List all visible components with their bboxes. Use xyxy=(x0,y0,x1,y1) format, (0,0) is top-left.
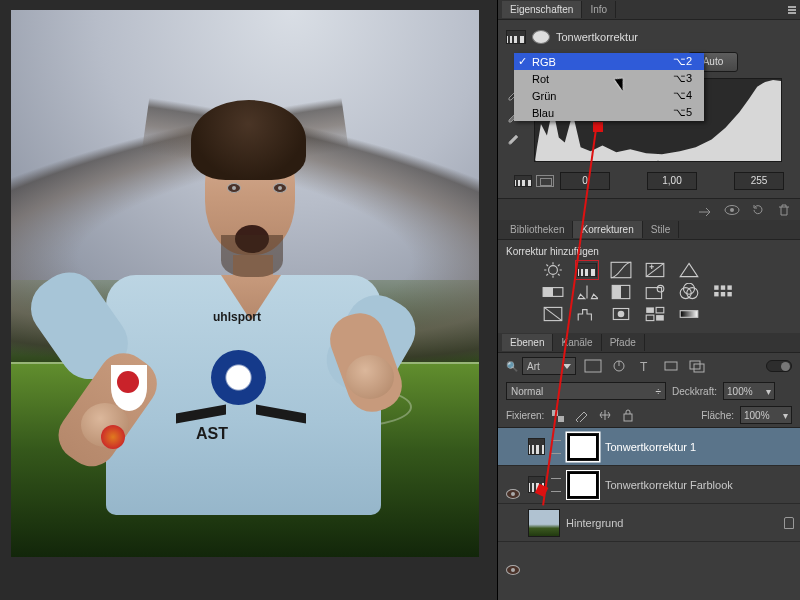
mid-point-slider[interactable] xyxy=(653,160,663,162)
svg-point-23 xyxy=(618,311,625,318)
channel-option-red[interactable]: Rot ⌥3 xyxy=(514,70,704,87)
composite-image: uhlsport AST xyxy=(11,10,479,557)
tab-layers[interactable]: Ebenen xyxy=(502,334,553,351)
sleeve-sponsor xyxy=(101,425,125,449)
lock-all-icon[interactable] xyxy=(619,408,637,422)
mid-point-input[interactable]: 1,00 xyxy=(647,172,697,190)
jersey-sponsor: AST xyxy=(196,425,228,443)
filter-toggle[interactable] xyxy=(766,360,792,372)
mask-icon[interactable] xyxy=(532,30,550,44)
color-lookup-icon[interactable] xyxy=(712,283,734,301)
brightness-contrast-icon[interactable] xyxy=(542,261,564,279)
layer-row[interactable]: Tonwertkorrektur 1 xyxy=(498,428,800,466)
black-white-icon[interactable] xyxy=(610,283,632,301)
black-point-input[interactable]: 0 xyxy=(560,172,610,190)
layer-filter-kind[interactable]: Art xyxy=(522,357,576,375)
black-point-slider[interactable] xyxy=(534,160,540,162)
link-icon[interactable] xyxy=(551,478,561,492)
svg-rect-18 xyxy=(714,292,718,296)
clip-icon[interactable] xyxy=(536,175,554,187)
svg-rect-17 xyxy=(727,285,731,289)
color-balance-icon[interactable] xyxy=(576,283,598,301)
clip-to-layer-icon[interactable] xyxy=(698,203,714,217)
blend-mode-select[interactable]: Normal ÷ xyxy=(506,382,666,400)
sponsor-wings xyxy=(176,405,306,427)
svg-rect-15 xyxy=(714,285,718,289)
svg-point-2 xyxy=(730,208,734,212)
lock-pixels-icon[interactable] xyxy=(573,408,591,422)
gradient-map-icon[interactable] xyxy=(678,305,700,323)
fill-input[interactable]: 100%▾ xyxy=(740,406,792,424)
svg-rect-33 xyxy=(690,361,700,369)
channel-option-green[interactable]: Grün ⌥4 xyxy=(514,87,704,104)
adjustments-heading: Korrektur hinzufügen xyxy=(506,246,792,257)
filter-smart-icon[interactable] xyxy=(688,359,706,373)
white-point-input[interactable]: 255 xyxy=(734,172,784,190)
channel-option-rgb[interactable]: ✓ RGB ⌥2 xyxy=(514,53,704,70)
club-badge xyxy=(211,350,266,405)
visibility-icon[interactable] xyxy=(724,203,740,217)
channel-dropdown[interactable]: ✓ RGB ⌥2 Rot ⌥3 Grün ⌥4 xyxy=(514,53,682,71)
svg-rect-27 xyxy=(656,315,664,321)
tab-channels[interactable]: Kanäle xyxy=(553,334,601,351)
layer-name[interactable]: Tonwertkorrektur Farblook xyxy=(605,479,733,491)
tab-adjustments[interactable]: Korrekturen xyxy=(573,221,642,238)
adjustment-title: Tonwertkorrektur xyxy=(556,31,638,43)
panel-menu-icon[interactable] xyxy=(786,4,798,16)
photo-filter-icon[interactable] xyxy=(644,283,666,301)
exposure-icon[interactable] xyxy=(644,261,666,279)
posterize-icon[interactable] xyxy=(576,305,598,323)
channel-option-blue[interactable]: Blau ⌥5 xyxy=(514,104,704,121)
filter-type-icon[interactable]: T xyxy=(636,359,654,373)
adjustment-type-icon xyxy=(528,438,545,455)
fill-label: Fläche: xyxy=(701,410,734,421)
svg-rect-25 xyxy=(656,307,664,313)
white-point-slider[interactable] xyxy=(776,160,782,162)
selective-color-icon[interactable] xyxy=(644,305,666,323)
chevron-down-icon xyxy=(563,364,571,369)
filter-pixel-icon[interactable] xyxy=(584,359,602,373)
vibrance-icon[interactable] xyxy=(678,261,700,279)
layer-name[interactable]: Hintergrund xyxy=(566,517,623,529)
jersey-brand: uhlsport xyxy=(213,310,261,324)
layer-thumb[interactable] xyxy=(528,509,560,537)
white-eyedropper-icon[interactable] xyxy=(506,129,522,145)
svg-point-11 xyxy=(657,285,664,292)
tab-info[interactable]: Info xyxy=(582,1,616,18)
layer-mask-thumb[interactable] xyxy=(567,471,599,499)
channel-dropdown-menu: ✓ RGB ⌥2 Rot ⌥3 Grün ⌥4 xyxy=(514,53,704,121)
reset-icon[interactable] xyxy=(750,203,766,217)
opacity-input[interactable]: 100%▾ xyxy=(723,382,775,400)
opacity-label: Deckkraft: xyxy=(672,386,717,397)
svg-rect-9 xyxy=(612,285,621,298)
layer-mask-thumb[interactable] xyxy=(567,433,599,461)
levels-adjust-icon[interactable] xyxy=(576,261,598,279)
levels-icon xyxy=(506,30,526,44)
invert-icon[interactable] xyxy=(542,305,564,323)
channel-mixer-icon[interactable] xyxy=(678,283,700,301)
visibility-toggle[interactable] xyxy=(504,441,522,453)
document-canvas[interactable]: uhlsport AST xyxy=(0,0,497,600)
svg-rect-34 xyxy=(694,364,704,372)
visibility-toggle[interactable] xyxy=(504,517,522,529)
svg-point-3 xyxy=(549,266,558,275)
layer-row[interactable]: Hintergrund xyxy=(498,504,800,542)
filter-shape-icon[interactable] xyxy=(662,359,680,373)
levels-glyph-icon xyxy=(514,175,532,187)
tab-paths[interactable]: Pfade xyxy=(602,334,645,351)
svg-rect-29 xyxy=(585,360,601,372)
tab-libraries[interactable]: Bibliotheken xyxy=(502,221,573,238)
filter-adjust-icon[interactable] xyxy=(610,359,628,373)
svg-rect-32 xyxy=(665,362,677,370)
threshold-icon[interactable] xyxy=(610,305,632,323)
properties-footer xyxy=(498,198,800,220)
svg-rect-37 xyxy=(624,414,632,421)
lock-position-icon[interactable] xyxy=(596,408,614,422)
trash-icon[interactable] xyxy=(776,203,792,217)
tab-properties[interactable]: Eigenschaften xyxy=(502,1,582,18)
svg-rect-16 xyxy=(721,285,725,289)
layer-name[interactable]: Tonwertkorrektur 1 xyxy=(605,441,696,453)
curves-icon[interactable] xyxy=(610,261,632,279)
hue-saturation-icon[interactable] xyxy=(542,283,564,301)
tab-styles[interactable]: Stile xyxy=(643,221,679,238)
